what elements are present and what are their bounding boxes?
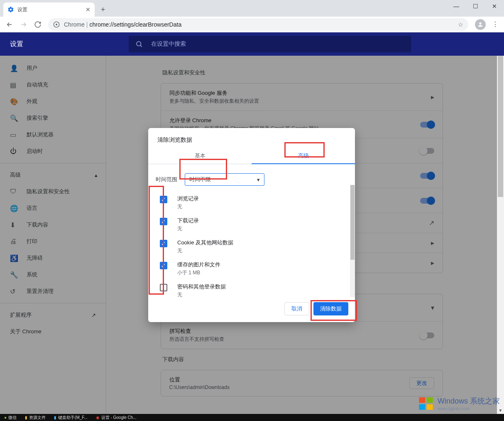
checkbox[interactable]: ✓ (160, 262, 167, 269)
checkbox[interactable]: ✓ (160, 218, 167, 225)
dialog-body: 时间范围 时间不限 ▾ ✓浏览记录无✓下载记录无✓Cookie 及其他网站数据无… (148, 164, 355, 297)
dialog-title: 清除浏览数据 (148, 128, 355, 147)
cancel-button[interactable]: 取消 (284, 302, 309, 315)
dropdown-caret-icon: ▾ (257, 177, 260, 183)
option-sublabel: 无 (177, 203, 199, 210)
scroll-down-arrow[interactable]: ▼ (497, 407, 504, 414)
address-bar[interactable]: Chrome | chrome://settings/clearBrowserD… (48, 18, 468, 31)
checkbox[interactable]: ✓ (160, 196, 167, 203)
checkbox[interactable] (160, 284, 167, 291)
reload-button[interactable] (32, 18, 44, 31)
settings-header: 设置 在设置中搜索 (0, 32, 504, 56)
browser-toolbar: Chrome | chrome://settings/clearBrowserD… (0, 17, 504, 32)
clear-data-option[interactable]: 密码和其他登录数据无 (153, 280, 350, 297)
taskbar-item[interactable]: ▮资源文件 (21, 415, 50, 421)
gear-icon (7, 6, 14, 13)
clear-data-button[interactable]: 清除数据 (313, 302, 348, 315)
forward-button[interactable] (17, 18, 30, 31)
address-separator: | (86, 21, 88, 28)
main-scrollbar[interactable]: ▲ ▼ (497, 56, 504, 414)
option-label: 浏览记录 (177, 195, 199, 202)
scrollbar-thumb[interactable] (498, 56, 503, 197)
taskbar-item[interactable]: ●微信 (0, 415, 21, 421)
search-icon (135, 40, 143, 48)
dialog-scrollbar-thumb[interactable] (350, 185, 355, 260)
address-host: Chrome (64, 21, 85, 28)
option-label: 下载记录 (177, 217, 199, 224)
dialog-footer: 取消 清除数据 (148, 297, 355, 322)
address-path: chrome://settings/clearBrowserData (89, 21, 181, 28)
new-tab-button[interactable]: + (97, 4, 109, 15)
option-label: Cookie 及其他网站数据 (177, 239, 233, 246)
svg-point-2 (479, 22, 481, 24)
dialog-scrollbar[interactable] (350, 185, 355, 297)
close-window-button[interactable]: ✕ (485, 0, 504, 12)
tab-basic[interactable]: 基本 (148, 147, 252, 164)
option-label: 密码和其他登录数据 (177, 283, 226, 291)
time-range-value: 时间不限 (189, 176, 211, 183)
tab-title: 设置 (17, 6, 27, 13)
option-sublabel: 小于 1 MB (177, 269, 220, 276)
maximize-button[interactable]: ☐ (466, 0, 485, 12)
minimize-button[interactable]: — (447, 0, 466, 12)
profile-avatar[interactable] (475, 19, 486, 30)
dialog-tabs: 基本 高级 (148, 147, 355, 164)
tab-advanced[interactable]: 高级 (252, 147, 355, 164)
browser-tab[interactable]: 设置 ✕ (3, 2, 95, 17)
window-titlebar: 设置 ✕ + — ☐ ✕ (0, 0, 504, 17)
option-label: 缓存的图片和文件 (177, 261, 220, 268)
clear-data-option[interactable]: ✓下载记录无 (153, 214, 350, 236)
option-sublabel: 无 (177, 291, 226, 297)
bookmark-star-icon[interactable]: ☆ (458, 21, 463, 28)
clear-browsing-data-dialog: 清除浏览数据 基本 高级 时间范围 时间不限 ▾ ✓浏览记录无✓下载记录无✓Co… (148, 128, 355, 322)
site-info-icon[interactable] (53, 21, 60, 28)
search-placeholder: 在设置中搜索 (151, 40, 186, 48)
settings-title: 设置 (0, 40, 129, 49)
clear-data-option[interactable]: ✓浏览记录无 (153, 192, 350, 214)
settings-search-input[interactable]: 在设置中搜索 (129, 36, 411, 52)
taskbar-item[interactable]: ◉设置 - Google Ch... (92, 415, 141, 421)
clear-data-option[interactable]: ✓Cookie 及其他网站数据无 (153, 236, 350, 258)
clear-data-option[interactable]: ✓缓存的图片和文件小于 1 MB (153, 258, 350, 280)
svg-point-1 (56, 24, 57, 25)
tab-close-icon[interactable]: ✕ (86, 6, 91, 13)
chrome-menu-button[interactable]: ⋮ (490, 20, 501, 28)
windows-taskbar[interactable]: ●微信 ▮资源文件 ▮键盘助手(M_F... ◉设置 - Google Ch..… (0, 414, 504, 421)
option-sublabel: 无 (177, 225, 199, 232)
svg-point-3 (137, 42, 141, 46)
taskbar-item[interactable]: ▮键盘助手(M_F... (50, 415, 92, 421)
time-range-label: 时间范围 (156, 176, 185, 183)
checkbox[interactable]: ✓ (160, 240, 167, 247)
time-range-select[interactable]: 时间不限 ▾ (185, 173, 264, 186)
option-sublabel: 无 (177, 247, 233, 254)
back-button[interactable] (3, 18, 16, 31)
